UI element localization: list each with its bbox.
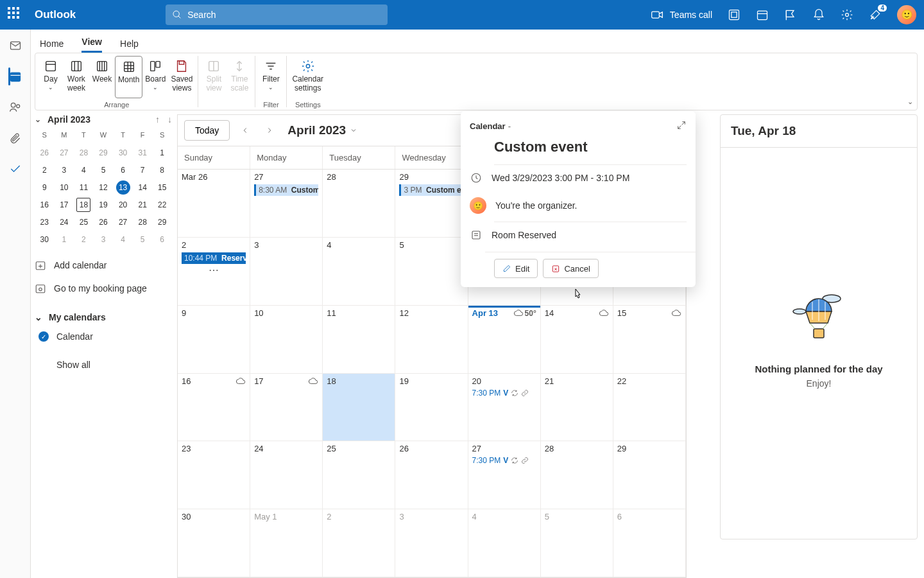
my-day-icon[interactable] [756, 8, 769, 21]
tab-view[interactable]: View [81, 33, 102, 53]
mini-cal-day[interactable]: 3 [94, 231, 114, 248]
calendar-cell[interactable]: 3 [250, 238, 323, 306]
calendar-cell[interactable]: 4 [323, 238, 395, 306]
mini-cal-day[interactable]: 19 [94, 196, 114, 213]
calendar-cell[interactable]: 6 [613, 509, 686, 577]
mail-icon[interactable] [8, 39, 22, 53]
mini-cal-day[interactable]: 4 [113, 231, 133, 248]
ribbon-filter[interactable]: Filter⌄ [258, 56, 284, 98]
mini-cal-day[interactable]: 12 [94, 179, 114, 196]
ribbon-month[interactable]: Month [115, 56, 142, 98]
main-month-title[interactable]: April 2023 [287, 123, 357, 137]
show-all-link[interactable]: Show all [35, 360, 172, 370]
calendar-cell[interactable]: 14 [541, 306, 613, 374]
calendar-cell[interactable]: 3 [395, 509, 468, 577]
meet-now-icon[interactable] [728, 8, 740, 21]
event-item[interactable]: 7:30 PM V [472, 456, 536, 465]
ribbon-calendar-settings[interactable]: Calendar settings [289, 56, 326, 98]
notifications-icon[interactable] [812, 8, 825, 21]
mini-cal-day[interactable]: 26 [35, 144, 55, 161]
mini-cal-day[interactable]: 5 [133, 231, 153, 248]
mini-cal-day[interactable]: 5 [94, 161, 114, 179]
ribbon-collapse-icon[interactable]: ⌄ [907, 98, 913, 106]
calendar-cell[interactable]: 30 [178, 509, 250, 577]
calendar-cell[interactable]: 278:30 AM Custom [250, 170, 323, 238]
mini-cal-day[interactable]: 10 [55, 179, 74, 196]
calendar-cell[interactable]: 21 [541, 374, 613, 442]
edit-button[interactable]: Edit [494, 259, 538, 278]
more-events[interactable]: ⋯ [182, 264, 246, 276]
mini-cal-day[interactable]: 9 [35, 179, 55, 196]
calendar-cell[interactable]: 15 [613, 306, 686, 374]
mini-cal-day[interactable]: 29 [94, 144, 114, 161]
mini-cal-day[interactable]: 18 [74, 196, 94, 213]
mini-cal-day[interactable]: 17 [55, 196, 74, 213]
calendar-cell[interactable]: Apr 1350° [468, 306, 541, 374]
ribbon-day[interactable]: Day⌄ [38, 56, 64, 98]
ribbon-work-week[interactable]: Work week [64, 56, 89, 98]
mini-cal-day[interactable]: 4 [74, 161, 94, 179]
mini-cal-day[interactable]: 25 [74, 213, 94, 231]
calendar-cell[interactable]: 207:30 PM V [468, 374, 541, 442]
mini-cal-day[interactable]: 27 [55, 144, 74, 161]
collapse-icon[interactable]: ⌄ [35, 115, 41, 124]
whats-new-icon[interactable]: 4 [869, 8, 882, 21]
mini-cal-day[interactable]: 21 [133, 196, 153, 213]
calendar-cell[interactable]: 11 [323, 306, 395, 374]
expand-icon[interactable] [676, 120, 687, 132]
calendar-cell[interactable]: 28 [541, 441, 613, 509]
mini-cal-day[interactable]: 11 [74, 179, 94, 196]
search-box[interactable] [166, 4, 388, 25]
mini-cal-day[interactable]: 27 [113, 213, 133, 231]
app-launcher-icon[interactable] [8, 7, 23, 22]
mini-cal-day[interactable]: 30 [35, 231, 55, 248]
mini-cal-day[interactable]: 26 [94, 213, 114, 231]
today-button[interactable]: Today [184, 120, 230, 141]
calendar-cell[interactable]: 12 [395, 306, 468, 374]
calendar-cell[interactable]: 16 [178, 374, 250, 442]
mini-cal-day[interactable]: 28 [133, 213, 153, 231]
ribbon-board[interactable]: Board⌄ [142, 56, 168, 98]
mini-cal-day[interactable]: 23 [35, 213, 55, 231]
mini-cal-day[interactable]: 16 [35, 196, 55, 213]
calendar-cell[interactable]: 293 PM Custom ev [395, 170, 468, 238]
mini-cal-day[interactable]: 3 [55, 161, 74, 179]
mini-cal-day[interactable]: 15 [152, 179, 172, 196]
event-item[interactable]: 7:30 PM V [472, 389, 536, 398]
calendar-cell[interactable]: 5 [541, 509, 613, 577]
add-calendar-link[interactable]: Add calendar [35, 259, 172, 271]
mini-cal-day[interactable]: 29 [152, 213, 172, 231]
search-input[interactable] [187, 10, 381, 20]
todo-icon[interactable] [8, 162, 22, 176]
calendar-cell[interactable]: Mar 26 [178, 170, 250, 238]
mini-cal-day[interactable]: 28 [74, 144, 94, 161]
calendar-cell[interactable]: 24 [250, 441, 323, 509]
calendar-cell[interactable]: 29 [613, 441, 686, 509]
event-item[interactable]: 10:44 PM Reserv [182, 252, 246, 264]
calendar-cell[interactable]: May 1 [250, 509, 323, 577]
calendar-cell[interactable]: 277:30 PM V [468, 441, 541, 509]
calendar-cell[interactable]: 28 [323, 170, 395, 238]
mini-cal-day[interactable]: 1 [152, 144, 172, 161]
mini-cal-day[interactable]: 13 [113, 179, 133, 196]
cancel-button[interactable]: Cancel [543, 259, 598, 278]
calendar-cell[interactable]: 25 [323, 441, 395, 509]
mini-cal-day[interactable]: 6 [152, 231, 172, 248]
event-item[interactable]: 8:30 AM Custom [254, 184, 318, 196]
booking-link[interactable]: Go to my booking page [35, 283, 172, 294]
calendar-cell[interactable]: 18 [323, 374, 395, 442]
mini-cal-next-icon[interactable]: ↓ [167, 114, 172, 125]
mini-cal-day[interactable]: 30 [113, 144, 133, 161]
teams-call-button[interactable]: Teams call [651, 8, 712, 21]
mini-cal-day[interactable]: 6 [113, 161, 133, 179]
calendar-item[interactable]: ✓ Calendar [35, 331, 172, 342]
next-month-icon[interactable] [261, 121, 278, 139]
mini-cal-day[interactable]: 31 [133, 144, 153, 161]
tab-home[interactable]: Home [40, 35, 64, 53]
calendar-icon[interactable] [8, 69, 22, 83]
ribbon-week[interactable]: Week [89, 56, 115, 98]
calendar-cell[interactable]: 210:44 PM Reserv⋯ [178, 238, 250, 306]
tips-icon[interactable] [784, 8, 797, 21]
tab-help[interactable]: Help [120, 35, 139, 53]
mini-cal-day[interactable]: 7 [133, 161, 153, 179]
